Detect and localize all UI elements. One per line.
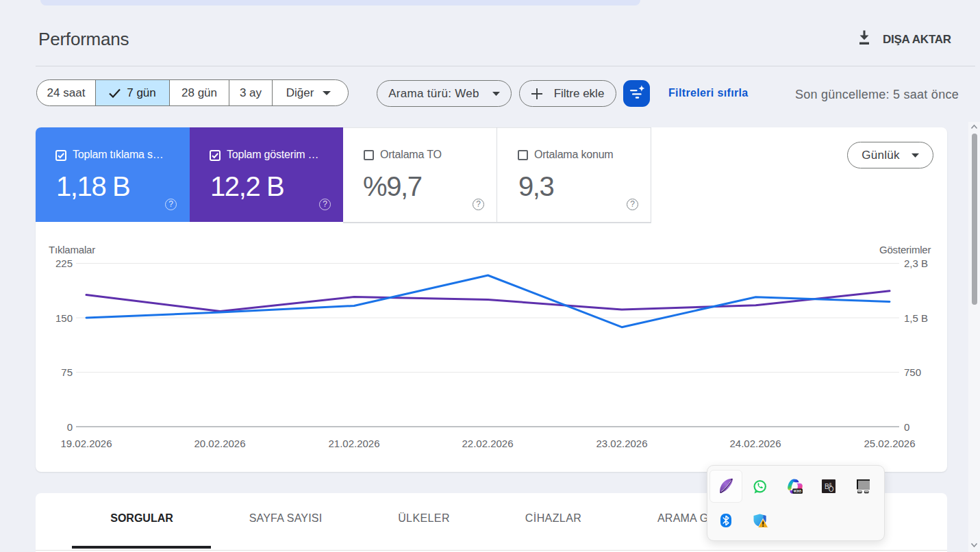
svg-text:M365: M365 <box>794 490 802 493</box>
svg-text:O: O <box>829 486 834 493</box>
